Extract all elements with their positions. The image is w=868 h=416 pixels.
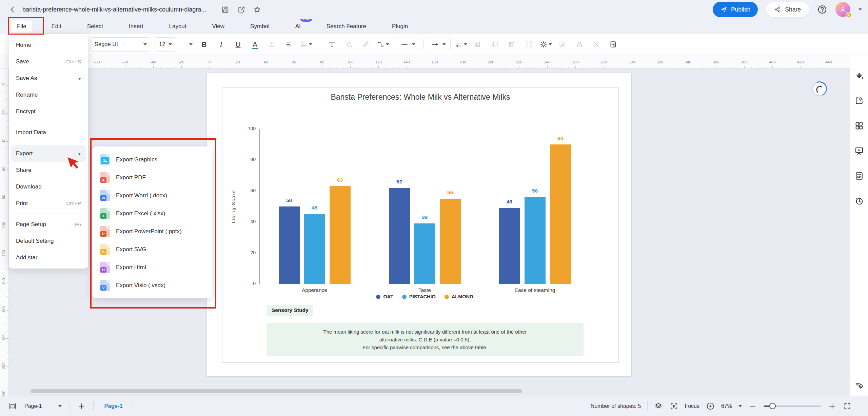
doc-search-button[interactable] [607, 38, 620, 51]
file-menu-item-save-as[interactable]: Save As▸ [11, 70, 86, 86]
brush-button[interactable] [359, 38, 373, 51]
zoom-level[interactable]: 67% [721, 403, 732, 409]
menubar-item-ai[interactable]: AIhot [295, 20, 301, 33]
zoom-out-icon[interactable] [748, 402, 757, 411]
focus-label[interactable]: Focus [685, 403, 699, 409]
connector-icon [377, 40, 385, 48]
file-menu: HomeSaveCtrl+SSave As▸RenameEncryptImpor… [9, 34, 88, 269]
presentation-button[interactable] [854, 146, 864, 156]
text-orientation-button[interactable] [265, 38, 279, 51]
page-selector-caret-icon[interactable] [58, 405, 62, 407]
group-button[interactable] [522, 38, 535, 51]
chevron-down-icon [189, 43, 193, 45]
align-button[interactable] [282, 38, 296, 51]
publish-button[interactable]: Publish [713, 2, 758, 17]
document-title[interactable]: barista-preference-whole-milk-vs-alterna… [22, 6, 206, 13]
fullscreen-icon[interactable] [843, 402, 852, 411]
brush-icon [362, 40, 370, 48]
file-menu-item-page-setup[interactable]: Page SetupF6 [11, 216, 86, 233]
horizontal-scrollbar-thumb[interactable] [31, 389, 522, 393]
legend-dot-icon [402, 295, 407, 299]
publish-label: Publish [731, 6, 750, 13]
duplicate-button[interactable] [488, 38, 501, 51]
pages-panel-icon[interactable] [8, 402, 17, 411]
magic-effects-button[interactable] [539, 38, 552, 51]
file-menu-item-default-setting[interactable]: Default Setting [11, 233, 86, 249]
menubar-item-edit[interactable]: Edit [51, 20, 62, 33]
bold-button[interactable]: B [197, 38, 211, 51]
zoom-slider[interactable] [764, 405, 821, 407]
edit-shape-button[interactable] [556, 38, 569, 51]
collapsed-dropdown-button[interactable] [188, 38, 194, 51]
components-button[interactable] [854, 121, 864, 131]
ruler-number: 40 [261, 60, 271, 64]
menubar-item-select[interactable]: Select [86, 20, 104, 33]
line-spacing-button[interactable] [299, 38, 313, 51]
menubar-item-plugin[interactable]: Plugin [391, 20, 409, 33]
fill-style-button[interactable] [854, 71, 864, 81]
y-tick-label: 0 [241, 281, 256, 286]
zoom-caret-icon[interactable] [738, 405, 742, 407]
text-tool-button[interactable] [325, 38, 339, 51]
page-selector[interactable]: Page-1 [24, 403, 42, 409]
menubar-item-search-feature[interactable]: Search Feature [326, 20, 367, 33]
layer-settings-button[interactable] [854, 380, 864, 390]
ruler-number: 120 [374, 60, 383, 64]
insert-frame-button[interactable] [471, 38, 485, 51]
file-menu-item-print[interactable]: PrintCtrl+P [11, 195, 86, 212]
export-window-icon[interactable] [237, 5, 245, 14]
font-size-select[interactable]: 12 [155, 37, 176, 52]
align-objects-button[interactable] [505, 38, 518, 51]
history-button[interactable] [854, 196, 864, 206]
file-menu-item-import-data[interactable]: Import Data [11, 124, 86, 141]
file-menu-item-home[interactable]: Home [11, 37, 86, 53]
shapes-count: Number of shapes: 5 [591, 403, 641, 409]
chevron-down-icon [464, 43, 467, 45]
file-menu-item-save[interactable]: SaveCtrl+S [11, 53, 86, 70]
back-icon[interactable] [8, 5, 17, 14]
notes-button[interactable] [854, 171, 864, 181]
help-icon[interactable] [817, 4, 827, 15]
font-family-select[interactable]: Segoe UI [90, 37, 151, 52]
submenu-arrow-icon: ▸ [79, 76, 81, 81]
line-style-button[interactable] [393, 38, 420, 51]
zoom-in-icon[interactable] [828, 402, 836, 411]
zoom-slider-thumb[interactable] [769, 403, 776, 409]
fill-bucket-button[interactable] [342, 38, 356, 51]
divider [69, 401, 70, 411]
focus-icon[interactable] [669, 402, 678, 411]
arrow-style-button[interactable] [423, 38, 451, 51]
italic-button[interactable]: I [214, 38, 228, 51]
canvas-settings-button[interactable] [854, 96, 864, 106]
legend-item: ALMOND [445, 294, 473, 299]
menubar-item-layout[interactable]: Layout [168, 20, 187, 33]
file-menu-item-download[interactable]: Download [11, 178, 86, 195]
save-icon[interactable] [221, 5, 230, 14]
ruler-number: 340 [683, 60, 693, 64]
connector-button[interactable] [376, 38, 390, 51]
underline-button[interactable]: U [231, 38, 245, 51]
dash-arrow-button[interactable] [454, 38, 468, 51]
account-caret-icon[interactable] [859, 8, 862, 11]
add-page-icon[interactable] [77, 402, 86, 411]
star-icon[interactable] [253, 5, 261, 14]
file-menu-item-encrypt[interactable]: Encrypt [11, 103, 86, 120]
chart-shape[interactable]: Barista Preferences: Whole Milk vs Alter… [222, 87, 619, 363]
share-button[interactable]: Share [766, 2, 809, 17]
axis-tick [257, 253, 259, 253]
ruler-number: -80 [92, 60, 102, 64]
menubar-item-view[interactable]: View [212, 20, 225, 33]
avatar[interactable]: ♛ [835, 2, 850, 17]
menubar-item-symbol[interactable]: Symbol [250, 20, 270, 33]
font-color-button[interactable]: A [248, 38, 262, 51]
page-tab[interactable]: Page-1 [101, 403, 126, 409]
tools-button[interactable] [590, 38, 603, 51]
menubar-item-insert[interactable]: Insert [128, 20, 144, 33]
lock-button[interactable] [573, 38, 586, 51]
layers-icon[interactable] [654, 402, 663, 411]
file-menu-item-rename[interactable]: Rename [11, 86, 86, 103]
chart-legend: OATPISTACHIOALMOND [259, 294, 590, 299]
ruler-number: 260 [571, 60, 580, 64]
file-menu-item-add-star[interactable]: Add star [11, 249, 86, 266]
presentation-play-icon[interactable] [706, 402, 715, 411]
